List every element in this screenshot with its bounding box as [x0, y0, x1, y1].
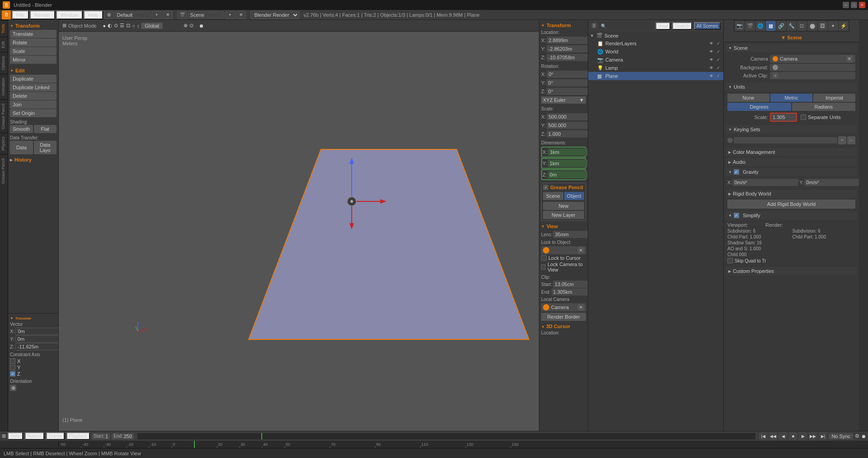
lock-cursor-cb[interactable]	[541, 255, 547, 261]
unit-none-btn[interactable]: None	[727, 94, 769, 102]
sc-y-input[interactable]	[547, 122, 588, 129]
overlay-icon[interactable]: ☰	[120, 23, 124, 29]
active-clip-field[interactable]: +	[770, 72, 855, 79]
units-section-header[interactable]: Units	[726, 83, 857, 91]
sc-z-input[interactable]	[547, 130, 588, 138]
render-engine-select[interactable]: Blender Render	[250, 11, 299, 19]
gravity-enable-cb[interactable]	[734, 169, 739, 175]
vec-y-input[interactable]	[15, 335, 59, 343]
shading-icon[interactable]: ●	[103, 23, 106, 29]
scene-select[interactable]	[188, 11, 224, 19]
outliner-all-scenes-btn[interactable]: All Scenes	[694, 22, 721, 30]
outliner-item-camera[interactable]: 📷 Camera 👁 ✓	[588, 56, 723, 64]
render-menu[interactable]: Render	[30, 10, 55, 19]
jump-start-btn[interactable]: |◀	[759, 432, 767, 440]
viewport-shading-icon[interactable]: ◐	[108, 23, 112, 29]
prop-tab-physics[interactable]: ⚡	[839, 21, 849, 31]
camera-field-clear[interactable]: ✕	[846, 56, 853, 62]
keying-input-field[interactable]	[734, 137, 837, 143]
grav-y-input[interactable]	[804, 179, 859, 186]
prop-tab-data[interactable]: ⊡	[797, 21, 807, 31]
stop-btn[interactable]: ■	[789, 432, 797, 440]
separate-units-cb[interactable]	[801, 114, 806, 120]
sync-select[interactable]: No Sync	[829, 433, 853, 439]
gravity-header[interactable]: Gravity	[726, 168, 857, 176]
scene-x-icon[interactable]: ✕	[236, 11, 246, 19]
timeline-settings-icon[interactable]: ⚙	[855, 433, 859, 439]
rot-x-input[interactable]	[547, 71, 588, 78]
prop-tab-texture[interactable]: 🖼	[818, 21, 828, 31]
sc-x-input[interactable]	[547, 113, 588, 120]
vtab-edit[interactable]: Edit	[0, 37, 8, 52]
play-btn[interactable]: ▶	[799, 432, 807, 440]
timeline-bar[interactable]	[137, 433, 755, 439]
y-constraint-cb[interactable]	[10, 365, 15, 370]
lock-object-clear-icon[interactable]: ✕	[578, 247, 584, 253]
close-button[interactable]: ✕	[859, 2, 865, 8]
simplify-enable-cb[interactable]	[734, 213, 739, 218]
vtab-animation[interactable]: Animation	[0, 74, 8, 100]
step-fwd-btn[interactable]: ▶▶	[809, 432, 817, 440]
lamp-action-icon[interactable]: ✓	[715, 65, 722, 71]
duplicate-linked-button[interactable]: Duplicate Linked	[10, 83, 57, 91]
plane-eye-icon[interactable]: 👁	[708, 73, 714, 79]
vec-x-input[interactable]	[15, 328, 59, 335]
screen-icon[interactable]: +	[152, 11, 162, 19]
unit-metric-btn[interactable]: Metric	[770, 94, 812, 102]
renderlayers-action-icon[interactable]: ✓	[715, 40, 722, 47]
vtab-tools[interactable]: Tools	[0, 20, 8, 37]
timeline-frame-btn[interactable]: Frame	[46, 432, 65, 440]
simplify-header[interactable]: Simplify	[726, 211, 857, 219]
timeline-icon[interactable]: ⊞	[2, 433, 6, 439]
scene-section-header[interactable]: Scene	[726, 44, 857, 52]
world-eye-icon[interactable]: 👁	[708, 48, 714, 55]
outliner-item-plane[interactable]: ▦ Plane 👁 ✓	[588, 72, 723, 80]
loc-z-input[interactable]	[547, 54, 588, 61]
clip-start-input[interactable]	[553, 281, 588, 288]
prop-tab-material[interactable]: ⬤	[807, 21, 817, 31]
angle-degrees-btn[interactable]: Degrees	[727, 103, 791, 111]
scene-icon[interactable]: 🎬	[177, 11, 187, 19]
loc-y-input[interactable]	[547, 45, 588, 52]
world-action-icon[interactable]: ✓	[715, 48, 722, 55]
dim-z-input[interactable]	[548, 171, 588, 178]
maximize-button[interactable]: □	[851, 2, 857, 8]
timeline-marker-btn[interactable]: Marker	[25, 432, 44, 440]
outliner-icon-btn[interactable]: ☰	[591, 23, 597, 29]
unit-imperial-btn[interactable]: Imperial	[813, 94, 855, 102]
outliner-search-box[interactable]: 🔍	[599, 22, 654, 29]
flat-button[interactable]: Flat	[34, 125, 57, 133]
step-back-btn[interactable]: ◀◀	[769, 432, 777, 440]
outliner-item-renderlayers[interactable]: 📋 RenderLayers 👁 ✓	[588, 39, 723, 48]
keying-sets-header[interactable]: Keying Sets	[726, 125, 857, 134]
rotate-button[interactable]: Rotate	[10, 38, 57, 47]
prop-tab-object[interactable]: ▦	[766, 21, 776, 31]
window-menu[interactable]: Window	[56, 10, 83, 19]
keying-minus-icon[interactable]: ─	[847, 136, 855, 144]
prop-tab-render[interactable]: 📷	[735, 21, 745, 31]
gp-new-layer-btn[interactable]: New Layer	[543, 211, 584, 219]
scale-button[interactable]: Scale	[10, 47, 57, 55]
camera-select-row[interactable]: Camera ✕	[541, 303, 586, 311]
renderlayers-eye-icon[interactable]: 👁	[708, 40, 714, 47]
prop-tab-modifiers[interactable]: 🔧	[787, 21, 797, 31]
global-select[interactable]: Global	[141, 23, 163, 29]
proportional-icon[interactable]: ○	[132, 23, 135, 29]
outliner-view-btn[interactable]: View	[656, 22, 671, 30]
set-origin-button[interactable]: Set Origin	[10, 109, 57, 117]
mirror-button[interactable]: Mirror	[10, 56, 57, 64]
outliner-item-lamp[interactable]: 💡 Lamp 👁 ✓	[588, 64, 723, 72]
prop-tab-constraints[interactable]: 🔗	[776, 21, 786, 31]
outliner-item-world[interactable]: 🌐 World 👁 ✓	[588, 48, 723, 56]
skip-quad-cb[interactable]	[727, 258, 733, 263]
transform-icon[interactable]: ↕	[137, 23, 140, 29]
loc-x-input[interactable]	[547, 37, 588, 44]
rot-z-input[interactable]	[547, 88, 588, 95]
keying-plus-icon[interactable]: +	[838, 136, 846, 144]
layout-select[interactable]	[115, 11, 151, 19]
vtab-grease-pencil2[interactable]: Grease Pencil	[0, 154, 8, 188]
audio-header[interactable]: Audio	[726, 158, 857, 166]
jump-end-btn[interactable]: ▶|	[819, 432, 827, 440]
clip-end-input[interactable]	[552, 288, 588, 296]
gp-new-btn[interactable]: New	[543, 202, 584, 210]
